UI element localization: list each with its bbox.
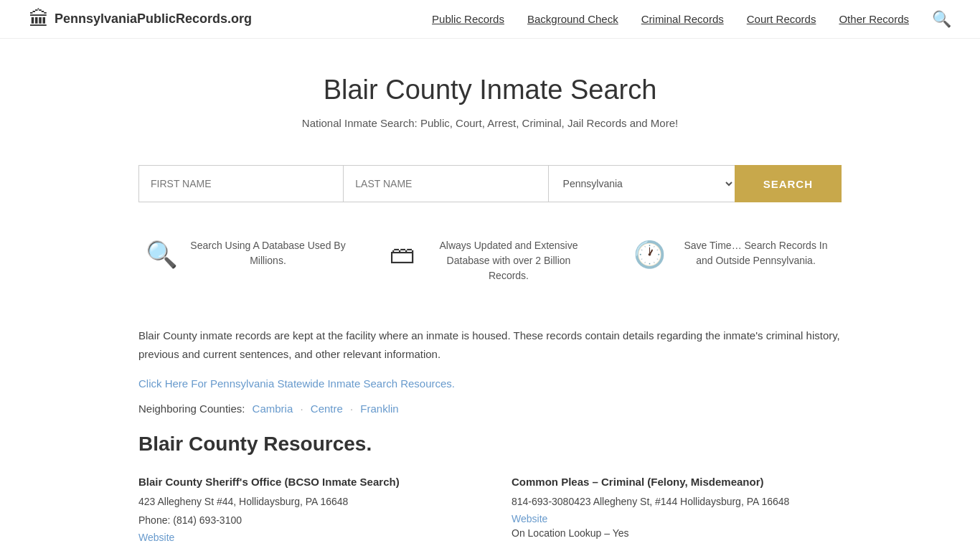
nav-public-records[interactable]: Public Records xyxy=(432,13,504,25)
sheriff-name: Blair County Sheriff's Office (BCSO Inma… xyxy=(138,476,468,488)
search-button[interactable]: SEARCH xyxy=(735,165,842,202)
magnifier-icon: 🔍 xyxy=(146,240,178,270)
nav-background-check[interactable]: Background Check xyxy=(527,13,618,25)
nav-court-records[interactable]: Court Records xyxy=(747,13,816,25)
separator-2: · xyxy=(350,402,353,415)
sheriff-address: 423 Allegheny St #44, Hollidaysburg, PA … xyxy=(138,494,468,509)
clock-icon: 🕐 xyxy=(633,240,666,270)
hero-section: Blair County Inmate Search National Inma… xyxy=(0,39,980,151)
resource-sheriff: Blair County Sheriff's Office (BCSO Inma… xyxy=(138,476,468,545)
common-pleas-extra: On Location Lookup – Yes xyxy=(512,525,842,541)
page-title: Blair County Inmate Search xyxy=(14,75,966,105)
neighboring-counties: Neighboring Counties: Cambria · Centre ·… xyxy=(138,400,842,418)
logo-building-icon: 🏛 xyxy=(29,7,49,31)
site-logo[interactable]: 🏛 PennsylvaniaPublicRecords.org xyxy=(29,7,252,31)
neighboring-label: Neighboring Counties: xyxy=(138,402,245,415)
nav-criminal-records[interactable]: Criminal Records xyxy=(641,13,724,25)
search-form: All States AlabamaAlaskaArizonaArkansas … xyxy=(95,151,885,231)
sheriff-phone: Phone: (814) 693-3100 xyxy=(138,512,468,528)
main-nav: Public Records Background Check Criminal… xyxy=(432,10,951,29)
feature-search-text: Search Using A Database Used By Millions… xyxy=(189,238,347,268)
main-content: Blair County inmate records are kept at … xyxy=(95,319,885,551)
last-name-input[interactable] xyxy=(343,165,547,202)
sheriff-website[interactable]: Website xyxy=(138,532,174,543)
feature-database: 🗃 Always Updated and Extensive Database … xyxy=(390,238,590,283)
states-select[interactable]: All States AlabamaAlaskaArizonaArkansas … xyxy=(548,165,735,202)
statewide-link[interactable]: Click Here For Pennsylvania Statewide In… xyxy=(138,377,842,390)
nav-other-records[interactable]: Other Records xyxy=(839,13,909,25)
hero-subtitle: National Inmate Search: Public, Court, A… xyxy=(14,117,966,129)
separator-1: · xyxy=(300,402,303,415)
resources-grid: Blair County Sheriff's Office (BCSO Inma… xyxy=(138,476,842,545)
first-name-input[interactable] xyxy=(138,165,343,202)
header-search-icon[interactable]: 🔍 xyxy=(932,10,951,29)
feature-time: 🕐 Save Time… Search Records In and Outsi… xyxy=(633,238,834,270)
county-franklin[interactable]: Franklin xyxy=(360,402,398,415)
county-cambria[interactable]: Cambria xyxy=(253,402,293,415)
feature-database-text: Always Updated and Extensive Database wi… xyxy=(427,238,590,283)
feature-search: 🔍 Search Using A Database Used By Millio… xyxy=(146,238,347,270)
common-pleas-name: Common Pleas – Criminal (Felony, Misdeme… xyxy=(512,476,842,488)
logo-text: PennsylvaniaPublicRecords.org xyxy=(55,11,252,27)
common-pleas-address: 814-693-3080423 Allegheny St, #144 Holli… xyxy=(512,494,842,509)
database-icon: 🗃 xyxy=(390,240,415,270)
county-centre[interactable]: Centre xyxy=(311,402,343,415)
resources-title: Blair County Resources. xyxy=(138,433,842,456)
resource-common-pleas: Common Pleas – Criminal (Felony, Misdeme… xyxy=(512,476,842,545)
feature-time-text: Save Time… Search Records In and Outside… xyxy=(677,238,834,268)
features-section: 🔍 Search Using A Database Used By Millio… xyxy=(95,231,885,319)
common-pleas-website[interactable]: Website xyxy=(512,513,547,524)
body-paragraph: Blair County inmate records are kept at … xyxy=(138,326,842,363)
site-header: 🏛 PennsylvaniaPublicRecords.org Public R… xyxy=(0,0,980,39)
